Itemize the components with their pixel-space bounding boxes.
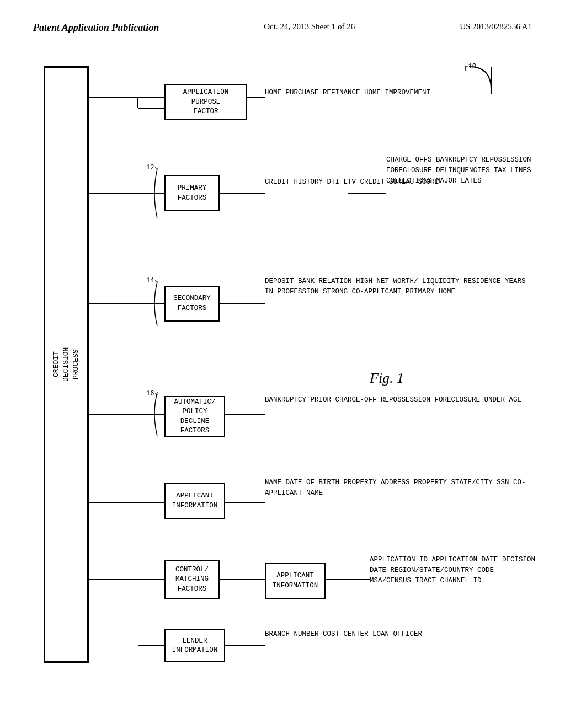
secondary-factors-box: SECONDARY FACTORS [164,286,220,322]
ref-14: 14↘ [146,276,158,285]
application-purpose-box: APPLICATION PURPOSE FACTOR [164,84,247,120]
ref-12: 12↘ [146,163,158,172]
primary-right-detail: CHARGE OFFS BANKRUPTCY REPOSSESSION FORE… [386,155,537,186]
header-left: Patent Application Publication [33,22,159,34]
app-purpose-detail: HOME PURCHASE REFINANCE HOME IMPROVEMENT [265,88,430,98]
diagram: ┌10 CREDIT DECISION PROCESS APPLICATION … [28,61,537,701]
header-center: Oct. 24, 2013 Sheet 1 of 26 [264,22,355,31]
secondary-detail: DEPOSIT BANK RELATION HIGH NET WORTH/ LI… [265,276,537,297]
page: Patent Application Publication Oct. 24, … [0,0,565,728]
automatic-decline-box: AUTOMATIC/ POLICY DECLINE FACTORS [164,396,225,437]
lender-detail: BRANCH NUMBER COST CENTER LOAN OFFICER [265,629,422,640]
fig-label: Fig. 1 [370,370,404,387]
auto-decline-detail: BANKRUPTCY PRIOR CHARGE-OFF REPOSSESSION… [265,395,521,405]
applicant1-detail: NAME DATE OF BIRTH PROPERTY ADDRESS PROP… [265,478,537,499]
applicant2-detail: APPLICATION ID APPLICATION DATE DECISION… [370,555,537,586]
lender-info-box: LENDER INFORMATION [164,629,225,662]
primary-factors-box: PRIMARY FACTORS [164,175,220,211]
applicant-info1-box: APPLICANT INFORMATION [164,483,225,519]
credit-decision-box: CREDIT DECISION PROCESS [44,67,88,662]
page-header: Patent Application Publication Oct. 24, … [0,0,565,45]
applicant-info2-box: APPLICANT INFORMATION [265,563,326,599]
control-matching-box: CONTROL/ MATCHING FACTORS [164,560,220,599]
ref-16: 16↘ [146,389,158,398]
header-right: US 2013/0282556 A1 [460,22,532,31]
ref-10: ┌10 [463,62,476,71]
